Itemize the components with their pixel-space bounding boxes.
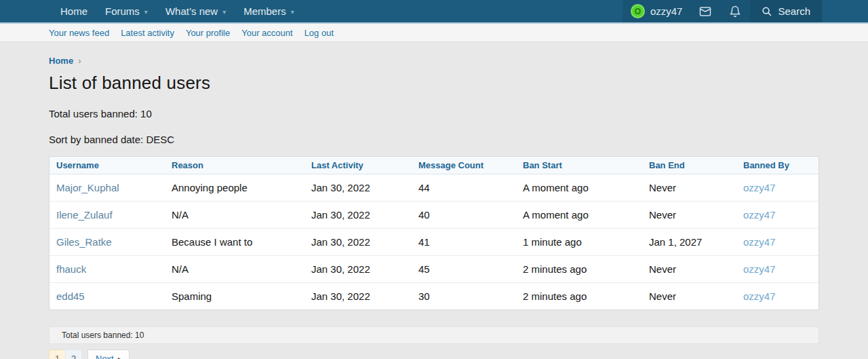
nav-item-label: Members bbox=[243, 5, 286, 17]
col-header-message-count: Message Count bbox=[412, 157, 516, 174]
chevron-down-icon: ▾ bbox=[144, 7, 148, 16]
message-count-cell: 30 bbox=[412, 283, 516, 310]
username-link[interactable]: fhauck bbox=[56, 263, 86, 275]
chevron-down-icon: ▾ bbox=[222, 7, 226, 16]
col-header-ban-start: Ban Start bbox=[516, 157, 642, 174]
nav-item-label: Forums bbox=[105, 5, 140, 17]
top-nav: Home Forums ▾ What’s new ▾ Members ▾ O o… bbox=[0, 0, 868, 24]
subnav-item-your-account[interactable]: Your account bbox=[241, 28, 292, 38]
main-content: Home › List of banned users Total users … bbox=[0, 42, 868, 359]
reason-cell: Spaming bbox=[165, 283, 304, 310]
banned-by-link[interactable]: ozzy47 bbox=[743, 290, 776, 302]
table-header-row: Username Reason Last Activity Message Co… bbox=[50, 157, 818, 174]
col-header-last-activity: Last Activity bbox=[304, 157, 412, 174]
col-header-banned-by: Banned By bbox=[736, 157, 818, 174]
ban-start-cell: 2 minutes ago bbox=[516, 256, 642, 283]
breadcrumb: Home › bbox=[49, 56, 819, 66]
table-row: Ilene_Zulauf N/A Jan 30, 2022 40 A momen… bbox=[50, 202, 818, 229]
page-title: List of banned users bbox=[49, 73, 819, 94]
table-row: Giles_Ratke Because I want to Jan 30, 20… bbox=[50, 229, 818, 256]
account-menu-button[interactable]: O ozzy47 bbox=[623, 0, 691, 22]
alerts-button[interactable] bbox=[720, 0, 750, 22]
last-activity-cell: Jan 30, 2022 bbox=[304, 202, 412, 229]
table-row: Major_Kuphal Annoying people Jan 30, 202… bbox=[50, 174, 818, 202]
message-count-cell: 44 bbox=[412, 174, 516, 202]
banned-by-link[interactable]: ozzy47 bbox=[743, 236, 776, 248]
pagination: 1 2 Next ▸ bbox=[49, 349, 819, 359]
ban-start-cell: 1 minute ago bbox=[516, 229, 642, 256]
nav-item-forums[interactable]: Forums ▾ bbox=[96, 0, 157, 22]
reason-cell: N/A bbox=[165, 256, 304, 283]
username-link[interactable]: Major_Kuphal bbox=[56, 182, 119, 193]
banned-by-link[interactable]: ozzy47 bbox=[743, 182, 776, 193]
username-link[interactable]: Ilene_Zulauf bbox=[56, 209, 113, 221]
total-banned-text: Total users banned: 10 bbox=[49, 108, 819, 119]
nav-item-home[interactable]: Home bbox=[52, 0, 96, 22]
next-label: Next bbox=[96, 354, 114, 359]
ban-start-cell: 2 minutes ago bbox=[516, 283, 642, 310]
ban-end-cell: Never bbox=[642, 202, 736, 229]
nav-item-whats-new[interactable]: What’s new ▾ bbox=[157, 0, 235, 22]
username-label: ozzy47 bbox=[650, 5, 683, 17]
chevron-down-icon: ▾ bbox=[291, 7, 294, 16]
bell-icon bbox=[729, 5, 741, 18]
message-count-cell: 41 bbox=[412, 229, 516, 256]
nav-item-label: Home bbox=[60, 5, 87, 17]
last-activity-cell: Jan 30, 2022 bbox=[304, 229, 412, 256]
envelope-icon bbox=[699, 5, 711, 18]
page-1-button[interactable]: 1 bbox=[49, 349, 66, 359]
message-count-cell: 40 bbox=[412, 202, 516, 229]
table-footer-summary: Total users banned: 10 bbox=[49, 326, 819, 344]
search-button[interactable]: Search bbox=[750, 0, 822, 22]
next-arrow-icon: ▸ bbox=[118, 355, 121, 359]
username-link[interactable]: edd45 bbox=[56, 290, 85, 302]
breadcrumb-arrow-icon: › bbox=[78, 56, 81, 66]
last-activity-cell: Jan 30, 2022 bbox=[304, 256, 412, 283]
reason-cell: N/A bbox=[165, 202, 304, 229]
search-label: Search bbox=[778, 5, 810, 17]
last-activity-cell: Jan 30, 2022 bbox=[304, 283, 412, 310]
account-subnav: Your news feed Latest activity Your prof… bbox=[0, 24, 868, 42]
ban-start-cell: A moment ago bbox=[516, 174, 642, 202]
sort-order-text: Sort by banned date: DESC bbox=[49, 134, 819, 145]
reason-cell: Because I want to bbox=[165, 229, 304, 256]
banned-by-link[interactable]: ozzy47 bbox=[743, 263, 776, 275]
subnav-item-latest-activity[interactable]: Latest activity bbox=[121, 28, 174, 38]
banned-by-link[interactable]: ozzy47 bbox=[743, 209, 776, 221]
next-page-button[interactable]: Next ▸ bbox=[87, 349, 130, 359]
nav-right-group: O ozzy47 Search bbox=[623, 0, 868, 22]
search-icon bbox=[762, 6, 772, 16]
messages-button[interactable] bbox=[690, 0, 720, 22]
nav-item-members[interactable]: Members ▾ bbox=[235, 0, 303, 22]
main-menu: Home Forums ▾ What’s new ▾ Members ▾ bbox=[0, 0, 303, 22]
col-header-ban-end: Ban End bbox=[642, 157, 736, 174]
page-2-button[interactable]: 2 bbox=[65, 349, 82, 359]
subnav-item-your-profile[interactable]: Your profile bbox=[186, 28, 230, 38]
breadcrumb-home-link[interactable]: Home bbox=[49, 56, 73, 66]
ban-start-cell: A moment ago bbox=[516, 202, 642, 229]
banned-users-table: Username Reason Last Activity Message Co… bbox=[49, 156, 819, 310]
last-activity-cell: Jan 30, 2022 bbox=[304, 174, 412, 202]
ban-end-cell: Never bbox=[642, 256, 736, 283]
col-header-username: Username bbox=[50, 157, 165, 174]
message-count-cell: 45 bbox=[412, 256, 516, 283]
subnav-item-log-out[interactable]: Log out bbox=[304, 28, 334, 38]
avatar: O bbox=[631, 4, 645, 18]
table-row: fhauck N/A Jan 30, 2022 45 2 minutes ago… bbox=[50, 256, 818, 283]
subnav-item-your-news-feed[interactable]: Your news feed bbox=[49, 28, 109, 38]
table-row: edd45 Spaming Jan 30, 2022 30 2 minutes … bbox=[50, 283, 818, 310]
col-header-reason: Reason bbox=[165, 157, 304, 174]
ban-end-cell: Never bbox=[642, 283, 736, 310]
nav-item-label: What’s new bbox=[165, 5, 218, 17]
reason-cell: Annoying people bbox=[165, 174, 304, 202]
username-link[interactable]: Giles_Ratke bbox=[56, 236, 112, 248]
ban-end-cell: Never bbox=[642, 174, 736, 202]
ban-end-cell: Jan 1, 2027 bbox=[642, 229, 736, 256]
